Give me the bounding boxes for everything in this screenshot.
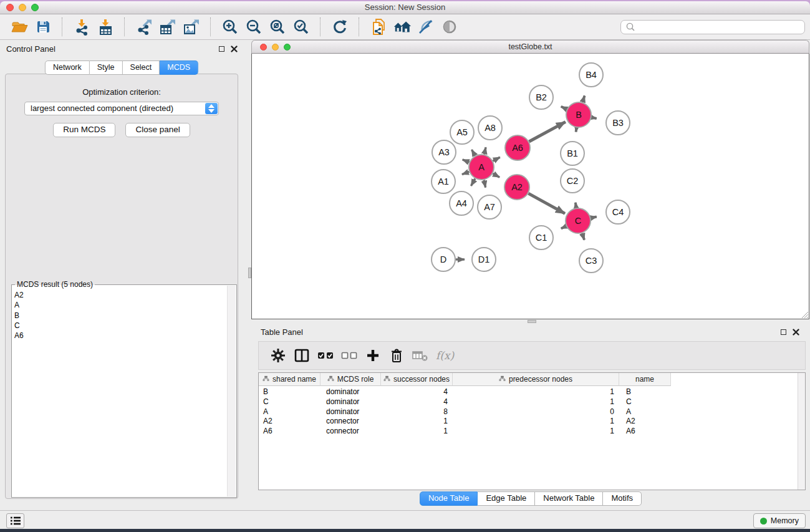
table-cell[interactable]: dominator	[321, 387, 381, 397]
home-icon[interactable]	[393, 17, 412, 36]
delete-column-icon[interactable]	[387, 346, 406, 365]
search-input[interactable]	[635, 22, 804, 32]
tab-mcds[interactable]: MCDS	[160, 60, 198, 75]
table-cell[interactable]: dominator	[321, 407, 381, 417]
network-canvas[interactable]: AA1A2A3A4A5A6A7A8BB1B2B3B4CC1C2C3C4DD1	[251, 54, 809, 319]
table-cell[interactable]: 1	[453, 387, 619, 397]
mcds-result-item[interactable]: A	[14, 300, 228, 310]
edge-A-A6[interactable]	[493, 157, 500, 161]
table-cell[interactable]: 1	[381, 417, 453, 427]
close-window-button[interactable]	[6, 4, 14, 11]
table-cell[interactable]: 4	[381, 387, 453, 397]
horizontal-scroll-thumb[interactable]	[528, 320, 536, 323]
table-cell[interactable]: C	[619, 397, 671, 407]
vertical-scroll-thumb[interactable]	[248, 268, 251, 278]
network-window-titlebar[interactable]: testGlobe.txt	[251, 40, 809, 54]
tab-style[interactable]: Style	[90, 60, 123, 75]
edge-A6-B[interactable]	[529, 122, 565, 142]
network-document-icon[interactable]	[369, 17, 388, 36]
table-cell[interactable]: A	[259, 407, 321, 417]
eye-icon[interactable]	[440, 17, 459, 36]
import-table-icon[interactable]	[96, 17, 115, 36]
refresh-layout-icon[interactable]	[330, 17, 349, 36]
import-network-icon[interactable]	[72, 17, 91, 36]
column-header-name[interactable]: name	[619, 373, 671, 386]
mcds-result-item[interactable]: A6	[14, 331, 228, 341]
close-panel-button[interactable]: Close panel	[125, 123, 190, 137]
save-icon[interactable]	[34, 17, 52, 36]
table-cell[interactable]: dominator	[321, 397, 381, 407]
edge-A-A3[interactable]	[463, 160, 470, 162]
minimize-window-button[interactable]	[272, 44, 279, 51]
zoom-in-icon[interactable]	[221, 17, 239, 36]
table-cell[interactable]: B	[259, 387, 321, 397]
minimize-window-button[interactable]	[19, 4, 26, 11]
search-box[interactable]	[620, 20, 805, 34]
resize-grip[interactable]	[800, 310, 808, 318]
table-row[interactable]: A6connector11A6	[259, 427, 805, 437]
result-scrollbar[interactable]	[227, 286, 236, 496]
table-cell[interactable]: A2	[619, 417, 671, 427]
tab-network[interactable]: Network	[45, 60, 90, 75]
edge-B-B1[interactable]	[576, 128, 577, 132]
deselect-all-icon[interactable]	[340, 346, 359, 365]
table-row[interactable]: Cdominator41C	[259, 397, 805, 407]
table-cell[interactable]: A	[619, 407, 671, 417]
run-mcds-button[interactable]: Run MCDS	[53, 123, 115, 137]
tab-motifs[interactable]: Motifs	[603, 491, 642, 506]
table-cell[interactable]: 8	[381, 407, 453, 417]
table-scrollbar[interactable]	[798, 373, 805, 490]
edge-A-A5[interactable]	[471, 150, 475, 156]
edge-C-C2[interactable]	[576, 203, 576, 208]
table-cell[interactable]: C	[259, 397, 321, 407]
close-panel-icon[interactable]	[231, 46, 238, 52]
table-row[interactable]: Adominator80A	[259, 407, 805, 417]
export-network-icon[interactable]	[135, 17, 153, 36]
edge-C-C3[interactable]	[582, 233, 585, 240]
task-history-button[interactable]	[6, 513, 24, 528]
column-view-icon[interactable]	[292, 346, 311, 365]
open-folder-icon[interactable]	[10, 17, 29, 36]
table-cell[interactable]: 0	[453, 407, 619, 417]
pen-slash-icon[interactable]	[417, 17, 435, 36]
table-cell[interactable]: 1	[381, 427, 453, 437]
criterion-select[interactable]: largest connected component (directed)	[24, 102, 219, 115]
table-cell[interactable]: 4	[381, 397, 453, 407]
edge-A-A7[interactable]	[484, 180, 485, 188]
close-panel-icon[interactable]	[793, 329, 799, 336]
maximize-window-button[interactable]	[284, 44, 291, 51]
edge-C-C1[interactable]	[561, 226, 566, 229]
tab-edge-table[interactable]: Edge Table	[478, 491, 535, 506]
zoom-selected-icon[interactable]	[292, 17, 311, 36]
memory-button[interactable]: Memory	[753, 513, 806, 528]
table-cell[interactable]: connector	[321, 417, 381, 427]
zoom-fit-icon[interactable]	[268, 17, 287, 36]
mcds-result-item[interactable]: B	[14, 311, 228, 321]
zoom-out-icon[interactable]	[244, 17, 263, 36]
column-header-successor-nodes[interactable]: successor nodes	[381, 373, 453, 386]
close-window-button[interactable]	[260, 44, 267, 51]
table-cell[interactable]: connector	[321, 427, 381, 437]
edge-B-B2[interactable]	[561, 107, 567, 109]
edge-A-A8[interactable]	[485, 147, 486, 154]
float-panel-icon[interactable]	[781, 329, 786, 335]
function-builder-icon[interactable]: f(x)	[436, 349, 454, 362]
export-table-icon[interactable]	[158, 17, 177, 36]
table-cell[interactable]: 1	[453, 417, 619, 427]
edge-B-B3[interactable]	[592, 117, 597, 118]
tab-node-table[interactable]: Node Table	[420, 491, 478, 506]
tab-select[interactable]: Select	[123, 60, 160, 75]
mcds-result-item[interactable]: C	[14, 321, 228, 331]
delete-table-icon[interactable]	[411, 346, 430, 365]
tab-network-table[interactable]: Network Table	[535, 491, 603, 506]
table-cell[interactable]: 1	[453, 427, 619, 437]
table-cell[interactable]: A2	[259, 417, 321, 427]
edge-A-A1[interactable]	[462, 172, 469, 174]
gear-icon[interactable]	[269, 346, 287, 365]
maximize-window-button[interactable]	[31, 4, 39, 11]
table-row[interactable]: A2connector11A2	[259, 417, 805, 427]
column-header-shared-name[interactable]: shared name	[259, 373, 321, 386]
table-cell[interactable]: B	[619, 387, 671, 397]
edge-A-A4[interactable]	[471, 178, 475, 186]
table-cell[interactable]: A6	[259, 427, 321, 437]
